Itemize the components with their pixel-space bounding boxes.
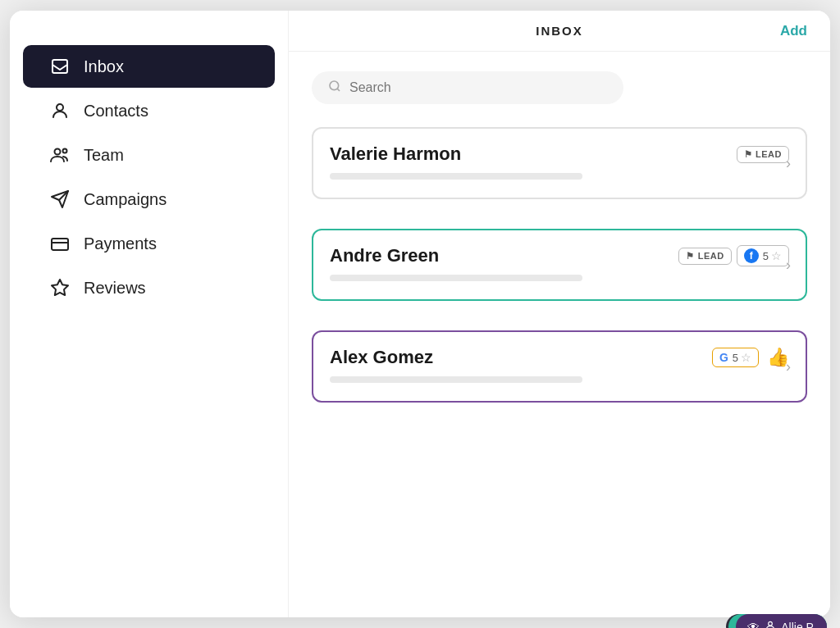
facebook-badge-2: f 5 ☆ — [737, 245, 789, 266]
svg-point-1 — [57, 104, 63, 111]
add-button[interactable]: Add — [780, 23, 807, 39]
inbox-item-name-2: Andre Green — [330, 245, 439, 266]
main-content: INBOX Add Valerie Harmon — [289, 11, 830, 617]
sidebar-item-reviews[interactable]: Reviews — [23, 266, 275, 309]
sidebar-item-label-reviews: Reviews — [84, 279, 146, 298]
badges-2: ⚑ LEAD f 5 ☆ — [678, 245, 789, 266]
flag-icon-1: ⚑ — [744, 149, 753, 160]
inbox-item-header-1: Valerie Harmon ⚑ LEAD — [330, 143, 789, 165]
inbox-item-sub-3 — [330, 376, 582, 383]
sidebar-item-payments[interactable]: Payments — [23, 222, 275, 265]
app-window: Inbox Contacts Team — [10, 11, 830, 617]
inbox-icon — [49, 57, 71, 76]
chevron-icon-2: › — [786, 257, 791, 274]
search-bar — [312, 71, 623, 104]
svg-rect-6 — [52, 239, 68, 250]
chevron-icon-1: › — [786, 155, 791, 172]
contacts-icon — [49, 101, 71, 121]
sidebar-item-label-team: Team — [84, 146, 124, 165]
campaigns-icon — [49, 189, 71, 209]
inbox-item-sub-2 — [330, 275, 582, 281]
sidebar-item-label-contacts: Contacts — [84, 102, 148, 121]
fb-icon-2: f — [744, 248, 759, 263]
inbox-item-header-2: Andre Green ⚑ LEAD f 5 ☆ — [330, 245, 789, 266]
lead-label-1: LEAD — [756, 149, 782, 159]
sidebar: Inbox Contacts Team — [10, 11, 289, 617]
lead-badge-1: ⚑ LEAD — [737, 146, 789, 163]
sidebar-item-team[interactable]: Team — [23, 134, 275, 176]
inbox-item-sub-1 — [330, 173, 582, 180]
google-rating-3: 5 ☆ — [733, 351, 751, 364]
content-area: Valerie Harmon ⚑ LEAD › 👁 — [289, 52, 830, 617]
chevron-icon-3: › — [786, 358, 791, 375]
sidebar-item-inbox[interactable]: Inbox — [23, 45, 275, 88]
inbox-item-name-3: Alex Gomez — [330, 347, 433, 368]
fb-count-2: 5 — [763, 250, 769, 262]
sidebar-item-label-campaigns: Campaigns — [84, 190, 167, 209]
search-input[interactable] — [349, 80, 607, 95]
payments-icon — [49, 234, 71, 253]
lead-label-2: LEAD — [698, 251, 724, 261]
inbox-item-valerie[interactable]: Valerie Harmon ⚑ LEAD › — [312, 127, 807, 199]
svg-point-2 — [55, 149, 61, 155]
svg-point-3 — [63, 149, 67, 153]
sidebar-item-label-payments: Payments — [84, 234, 157, 253]
fb-rating-2: 5 ☆ — [763, 249, 782, 262]
badges-3: G 5 ☆ 👍 — [712, 347, 789, 368]
flag-icon-2: ⚑ — [686, 251, 695, 262]
google-icon-3: G — [719, 351, 728, 364]
inbox-item-alex[interactable]: Alex Gomez G 5 ☆ 👍 — [312, 330, 807, 403]
inbox-item-header-3: Alex Gomez G 5 ☆ 👍 — [330, 347, 789, 368]
main-header: INBOX Add — [289, 11, 830, 52]
team-icon — [49, 145, 71, 165]
inbox-item-wrapper-3: Alex Gomez G 5 ☆ 👍 — [312, 330, 807, 403]
svg-point-9 — [330, 81, 339, 90]
sidebar-item-campaigns[interactable]: Campaigns — [23, 178, 275, 221]
fb-star-2: ☆ — [771, 249, 782, 262]
reviews-icon — [49, 278, 71, 298]
inbox-item-andre[interactable]: Andre Green ⚑ LEAD f 5 ☆ — [312, 229, 807, 301]
page-title: INBOX — [536, 24, 583, 38]
search-icon — [328, 80, 341, 96]
svg-line-10 — [337, 89, 340, 91]
badges-1: ⚑ LEAD — [737, 146, 789, 163]
google-count-3: 5 — [733, 352, 738, 364]
agent-badge-3: 👁 Allie P. — [736, 614, 827, 617]
inbox-item-name-1: Valerie Harmon — [330, 143, 461, 165]
svg-marker-8 — [52, 280, 68, 295]
sidebar-item-label-inbox: Inbox — [84, 57, 124, 76]
google-badge-3: G 5 ☆ — [712, 348, 759, 367]
sidebar-item-contacts[interactable]: Contacts — [23, 89, 275, 132]
google-star-3: ☆ — [741, 351, 751, 364]
inbox-item-wrapper-1: Valerie Harmon ⚑ LEAD › 👁 — [312, 127, 807, 199]
lead-badge-2: ⚑ LEAD — [678, 248, 731, 265]
inbox-item-wrapper-2: Andre Green ⚑ LEAD f 5 ☆ — [312, 229, 807, 301]
